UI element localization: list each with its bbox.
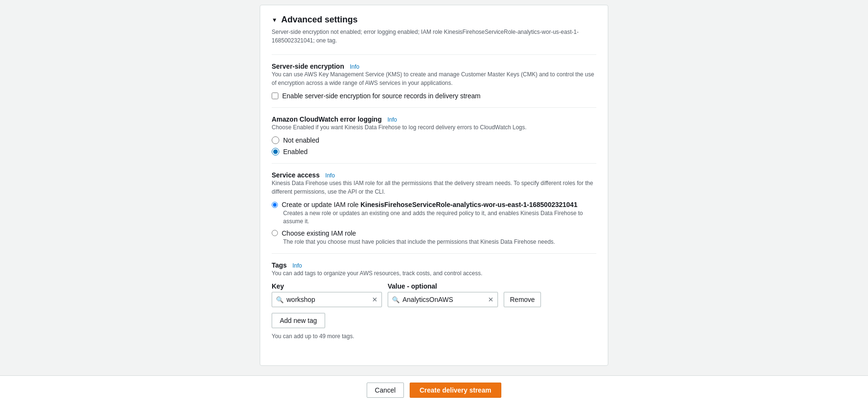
cloudwatch-title-row: Amazon CloudWatch error logging Info (272, 115, 596, 123)
service-access-radio-group: Create or update IAM role KinesisFirehos… (272, 201, 596, 246)
tag-value-search-icon: 🔍 (392, 296, 400, 303)
tag-key-group: Key 🔍 ✕ (272, 282, 382, 307)
tag-key-header: Key (272, 282, 382, 290)
tag-value-input[interactable] (402, 296, 486, 303)
sse-checkbox-container: Enable server-side encryption for source… (272, 92, 596, 100)
advanced-settings-card: ▼ Advanced settings Server-side encrypti… (260, 5, 608, 366)
cloudwatch-radio-group: Not enabled Enabled (272, 136, 596, 155)
sse-checkbox-label: Enable server-side encryption for source… (282, 92, 481, 100)
divider-1 (272, 54, 596, 55)
cloudwatch-section: Amazon CloudWatch error logging Info Cho… (272, 115, 596, 155)
existing-iam-role-option: Choose existing IAM role The role that y… (272, 229, 596, 246)
sse-description: You can use AWS Key Management Service (… (272, 70, 596, 87)
divider-4 (272, 253, 596, 254)
service-access-info-link[interactable]: Info (325, 172, 335, 179)
service-access-title: Service access (272, 171, 319, 179)
existing-iam-role-row: Choose existing IAM role (272, 229, 596, 237)
tags-title-row: Tags Info (272, 261, 596, 269)
server-side-encryption-section: Server-side encryption Info You can use … (272, 62, 596, 100)
cloudwatch-enabled-option: Enabled (272, 148, 596, 155)
tags-description: You can add tags to organize your AWS re… (272, 269, 596, 278)
cloudwatch-enabled-radio[interactable] (272, 148, 279, 155)
create-iam-radio[interactable] (272, 202, 278, 208)
remove-tag-button[interactable]: Remove (504, 292, 541, 307)
collapse-icon[interactable]: ▼ (272, 17, 277, 23)
existing-iam-label: Choose existing IAM role (282, 229, 356, 237)
sse-title: Server-side encryption (272, 62, 344, 70)
sse-title-row: Server-side encryption Info (272, 62, 596, 70)
cloudwatch-description: Choose Enabled if you want Kinesis Data … (272, 123, 596, 132)
advanced-settings-header: ▼ Advanced settings (272, 15, 596, 25)
cancel-button[interactable]: Cancel (367, 383, 404, 398)
cloudwatch-not-enabled-option: Not enabled (272, 136, 596, 144)
cloudwatch-not-enabled-radio[interactable] (272, 136, 279, 144)
service-access-title-row: Service access Info (272, 171, 596, 179)
divider-3 (272, 163, 596, 164)
add-tag-container: Add new tag (272, 307, 596, 328)
create-iam-role-row: Create or update IAM role KinesisFirehos… (272, 201, 596, 208)
sse-info-link[interactable]: Info (350, 63, 360, 70)
cloudwatch-not-enabled-label: Not enabled (283, 136, 319, 144)
page-container: ▼ Advanced settings Server-side encrypti… (0, 0, 868, 404)
existing-iam-sub-desc: The role that you choose must have polic… (283, 238, 596, 246)
tags-info-link[interactable]: Info (293, 262, 302, 269)
iam-role-name: KinesisFirehoseServiceRole-analytics-wor… (360, 201, 577, 208)
tag-key-input-wrapper: 🔍 ✕ (272, 292, 382, 307)
tag-value-group: Value - optional 🔍 ✕ (388, 282, 498, 307)
footer-bar: Cancel Create delivery stream (0, 375, 868, 404)
tags-footer-text: You can add up to 49 more tags. (272, 333, 596, 340)
divider-2 (272, 107, 596, 108)
create-iam-sub-desc: Creates a new role or updates an existin… (283, 209, 596, 226)
tag-key-clear-icon[interactable]: ✕ (372, 296, 378, 303)
create-iam-role-option: Create or update IAM role KinesisFirehos… (272, 201, 596, 226)
advanced-settings-title: ▼ Advanced settings (272, 15, 596, 25)
tag-value-input-wrapper: 🔍 ✕ (388, 292, 498, 307)
tag-key-input[interactable] (286, 296, 370, 303)
cloudwatch-title: Amazon CloudWatch error logging (272, 115, 381, 123)
sse-checkbox[interactable] (272, 93, 278, 99)
cloudwatch-info-link[interactable]: Info (387, 116, 397, 123)
existing-iam-radio[interactable] (272, 230, 278, 236)
tag-key-search-icon: 🔍 (276, 296, 284, 303)
tags-title: Tags (272, 261, 287, 269)
service-access-description: Kinesis Data Firehose uses this IAM role… (272, 179, 596, 196)
main-content: ▼ Advanced settings Server-side encrypti… (0, 0, 868, 404)
tag-inputs-row: Key 🔍 ✕ Value - optional 🔍 (272, 282, 596, 307)
tag-value-clear-icon[interactable]: ✕ (488, 296, 494, 303)
create-iam-label: Create or update IAM role KinesisFirehos… (282, 201, 577, 208)
create-delivery-stream-button[interactable]: Create delivery stream (410, 383, 501, 398)
service-access-section: Service access Info Kinesis Data Firehos… (272, 171, 596, 246)
add-tag-button[interactable]: Add new tag (272, 313, 325, 328)
advanced-settings-summary: Server-side encryption not enabled; erro… (272, 28, 596, 45)
tag-value-header: Value - optional (388, 282, 498, 290)
cloudwatch-enabled-label: Enabled (283, 148, 307, 155)
tags-section: Tags Info You can add tags to organize y… (272, 261, 596, 340)
